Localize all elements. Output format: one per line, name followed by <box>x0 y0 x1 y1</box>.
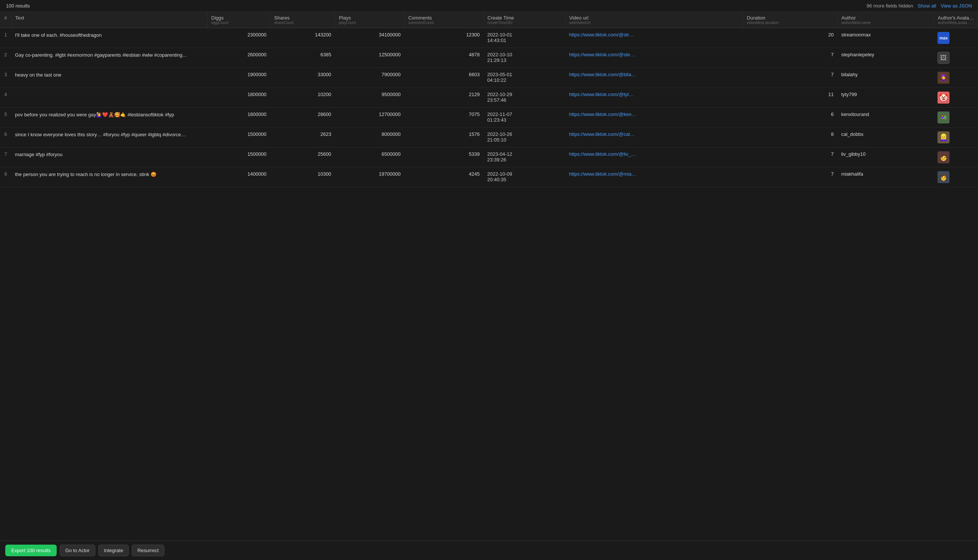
cell-createtime: 2022-10-1021:29:13 <box>483 48 565 68</box>
col-text: Text <box>11 12 207 28</box>
cell-shares: 143200 <box>270 28 335 48</box>
integrate-button[interactable]: Integrate <box>98 545 129 556</box>
cell-index: 6 <box>0 128 11 148</box>
table-row: 6 since I know everyone loves this story… <box>0 128 978 148</box>
cell-avatar: 👱‍♀️ <box>934 128 978 148</box>
go-to-actor-button[interactable]: Go to Actor <box>60 545 95 556</box>
cell-videourl[interactable]: https://www.tiktok.com/@cal… <box>565 128 743 148</box>
table-row: 1 I'll take one of each. #houseofthedrag… <box>0 28 978 48</box>
cell-plays: 8000000 <box>335 128 405 148</box>
cell-comments: 4245 <box>404 167 483 187</box>
cell-author: bilalahy <box>837 68 934 88</box>
bottom-bar: Export 100 results Go to Actor Integrate… <box>0 540 978 560</box>
col-duration: DurationvideoMeta.duration <box>743 12 838 28</box>
cell-author: liv_gibby10 <box>837 148 934 167</box>
cell-text: heavy on the last one <box>11 68 207 88</box>
cell-plays: 7900000 <box>335 68 405 88</box>
cell-diggs: 1900000 <box>207 68 270 88</box>
cell-text: pov before you realized you were gay🙋‍♀️… <box>11 108 207 128</box>
cell-avatar: 🖼 <box>934 48 978 68</box>
cell-text <box>11 88 207 108</box>
cell-author: cal_dobbs <box>837 128 934 148</box>
cell-index: 3 <box>0 68 11 88</box>
top-bar: 100 results 96 more fields hidden Show a… <box>0 0 978 12</box>
col-diggs: DiggsdiggCount <box>207 12 270 28</box>
cell-index: 2 <box>0 48 11 68</box>
cell-author: tyty799 <box>837 88 934 108</box>
cell-createtime: 2023-05-0104:10:22 <box>483 68 565 88</box>
cell-duration: 7 <box>743 148 838 167</box>
cell-index: 5 <box>0 108 11 128</box>
cell-createtime: 2022-10-2923:57:46 <box>483 88 565 108</box>
table-row: 4 1800000 10200 9500000 2129 2022-10-292… <box>0 88 978 108</box>
cell-author: kenxitourand <box>837 108 934 128</box>
cell-shares: 2623 <box>270 128 335 148</box>
cell-diggs: 1400000 <box>207 167 270 187</box>
cell-createtime: 2022-10-0920:40:35 <box>483 167 565 187</box>
cell-diggs: 1500000 <box>207 128 270 148</box>
cell-index: 1 <box>0 28 11 48</box>
col-avatar: Author's Avata…authorMeta.avata… <box>934 12 978 28</box>
cell-videourl[interactable]: https://www.tiktok.com/@str… <box>565 28 743 48</box>
cell-avatar: 👫 <box>934 108 978 128</box>
cell-createtime: 2023-04-1223:39:26 <box>483 148 565 167</box>
cell-author: miakhalifa <box>837 167 934 187</box>
cell-createtime: 2022-11-0701:23:43 <box>483 108 565 128</box>
col-shares: SharesshareCount <box>270 12 335 28</box>
cell-plays: 34100000 <box>335 28 405 48</box>
show-all-link[interactable]: Show all <box>918 3 936 8</box>
cell-plays: 6500000 <box>335 148 405 167</box>
table-row: 2 Gay co-parenting. #lgbt #exmormon #gay… <box>0 48 978 68</box>
cell-comments: 12300 <box>404 28 483 48</box>
top-bar-right: 96 more fields hidden Show all View as J… <box>866 3 972 8</box>
col-plays: PlaysplayCount <box>335 12 405 28</box>
table-row: 7 marriage #fyp #foryou 1500000 25600 65… <box>0 148 978 167</box>
cell-videourl[interactable]: https://www.tiktok.com/@bila… <box>565 68 743 88</box>
cell-plays: 12700000 <box>335 108 405 128</box>
cell-duration: 8 <box>743 128 838 148</box>
cell-index: 8 <box>0 167 11 187</box>
cell-videourl[interactable]: https://www.tiktok.com/@tyt… <box>565 88 743 108</box>
cell-duration: 7 <box>743 167 838 187</box>
export-button[interactable]: Export 100 results <box>5 545 57 556</box>
cell-avatar: 🤡 <box>934 88 978 108</box>
results-count: 100 results <box>6 3 30 8</box>
cell-text: since I know everyone loves this story… … <box>11 128 207 148</box>
cell-shares: 25600 <box>270 148 335 167</box>
col-createtime: Create TimecreateTimeISO <box>483 12 565 28</box>
cell-comments: 1576 <box>404 128 483 148</box>
cell-text: marriage #fyp #foryou <box>11 148 207 167</box>
cell-shares: 6385 <box>270 48 335 68</box>
cell-text: I'll take one of each. #houseofthedragon <box>11 28 207 48</box>
cell-plays: 9500000 <box>335 88 405 108</box>
cell-author: streamonmax <box>837 28 934 48</box>
table-row: 8 the person you are trying to reach is … <box>0 167 978 187</box>
cell-avatar: max <box>934 28 978 48</box>
table-row: 3 heavy on the last one 1900000 33000 79… <box>0 68 978 88</box>
cell-createtime: 2022-10-2621:05:10 <box>483 128 565 148</box>
col-videourl: Video urlwebVideoUrl <box>565 12 743 28</box>
cell-duration: 7 <box>743 48 838 68</box>
col-author: AuthorauthorMeta.name <box>837 12 934 28</box>
cell-comments: 7075 <box>404 108 483 128</box>
cell-comments: 5339 <box>404 148 483 167</box>
cell-comments: 2129 <box>404 88 483 108</box>
cell-diggs: 1800000 <box>207 108 270 128</box>
cell-index: 7 <box>0 148 11 167</box>
cell-duration: 7 <box>743 68 838 88</box>
hidden-fields-text: 96 more fields hidden <box>866 3 913 8</box>
resurrect-button[interactable]: Resurrect <box>132 545 164 556</box>
cell-author: stephaniepetey <box>837 48 934 68</box>
col-index: # <box>0 12 11 28</box>
cell-videourl[interactable]: https://www.tiktok.com/@mia… <box>565 167 743 187</box>
cell-avatar: 🧕 <box>934 68 978 88</box>
cell-videourl[interactable]: https://www.tiktok.com/@ken… <box>565 108 743 128</box>
cell-plays: 12500000 <box>335 48 405 68</box>
cell-videourl[interactable]: https://www.tiktok.com/@liv_… <box>565 148 743 167</box>
cell-diggs: 1500000 <box>207 148 270 167</box>
col-comments: CommentscommentCount <box>404 12 483 28</box>
cell-shares: 10200 <box>270 88 335 108</box>
cell-videourl[interactable]: https://www.tiktok.com/@ste… <box>565 48 743 68</box>
cell-duration: 6 <box>743 108 838 128</box>
view-as-json-link[interactable]: View as JSON <box>940 3 972 8</box>
